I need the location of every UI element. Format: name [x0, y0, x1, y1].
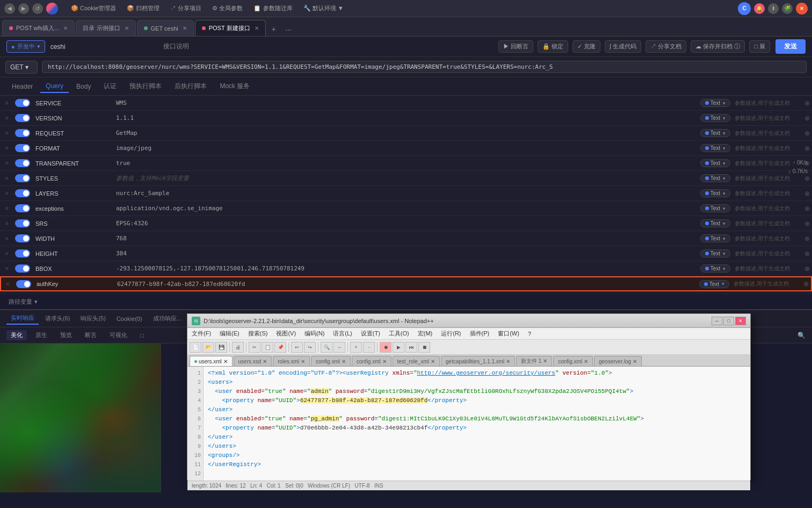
param-action-9[interactable]: ⊕ [804, 235, 810, 242]
param-toggle-4[interactable] [15, 159, 30, 167]
param-toggle-6[interactable] [15, 189, 30, 197]
param-type-3[interactable]: Text ▾ [700, 144, 730, 152]
tab-get-ceshi[interactable]: GET ceshi ✕ [137, 20, 194, 36]
sub-tab-mock[interactable]: Mock 服务 [214, 80, 255, 93]
np-close-btn[interactable]: ✕ [735, 317, 746, 325]
param-value-12[interactable]: 62477877-b98f-42ab-b827-187ed60620fd [115, 281, 697, 288]
param-toggle-7[interactable] [15, 204, 30, 212]
tab-close-wfs[interactable]: ✕ [63, 25, 68, 31]
view-btn-assert[interactable]: 断言 [81, 330, 101, 340]
drag-handle[interactable]: ≡ [2, 145, 12, 151]
np-record-btn[interactable]: ⏺ [380, 342, 392, 353]
view-btn-raw[interactable]: 原生 [31, 330, 52, 340]
gen-code-btn[interactable]: ∫ 生成代码 [605, 40, 641, 53]
param-type-7[interactable]: Text ▾ [700, 204, 730, 212]
tab-post-wfs[interactable]: POST wfs插入... ✕ [2, 20, 75, 36]
param-action-0[interactable]: ⊕ [804, 99, 810, 107]
np-file-tab-newfile[interactable]: 新文件 1 ✕ [516, 356, 552, 366]
np-minimize-btn[interactable]: ─ [712, 317, 722, 325]
np-copy-btn[interactable]: 📋 [262, 342, 273, 353]
toolbar-cookie[interactable]: 🍪 Cookie管理器 [68, 3, 119, 13]
np-menu-help[interactable]: ? [526, 330, 533, 338]
env-badge[interactable]: ● 开发中 ▾ [6, 40, 45, 53]
nav-forward-btn[interactable]: ▶ [18, 3, 29, 14]
np-play-btn[interactable]: ▶ [393, 342, 404, 353]
send-button[interactable]: 发送 [775, 39, 806, 54]
param-type-12[interactable]: Text ▾ [699, 280, 729, 288]
toolbar-share[interactable]: ↗ 分享项目 [167, 3, 205, 13]
view-btn-visualize[interactable]: 可视化 [105, 330, 132, 340]
drag-handle[interactable]: ≡ [2, 130, 12, 136]
nav-back-btn[interactable]: ◀ [4, 3, 15, 14]
np-code-area[interactable]: 123456789101112 <?xml version="1.0" enco… [187, 367, 750, 481]
np-file-tab-roles-xml[interactable]: roles.xml ✕ [273, 356, 310, 366]
param-type-0[interactable]: Text ▾ [700, 99, 730, 107]
param-action-3[interactable]: ⊕ [804, 145, 810, 152]
resp-tab-req-headers[interactable]: 请求头(6) [41, 313, 74, 324]
np-code-content[interactable]: <?xml version="1.0" encoding="UTF-8"?><u… [204, 367, 750, 481]
drag-handle[interactable]: ≡ [3, 281, 13, 287]
np-file-tab-config2[interactable]: config.xml ✕ [352, 356, 392, 366]
np-zoom-out-btn[interactable]: - [363, 342, 375, 353]
sub-tab-pre-script[interactable]: 预执行脚本 [124, 80, 167, 93]
np-cut-btn[interactable]: ✂ [249, 342, 260, 353]
sub-tab-body[interactable]: Body [71, 81, 96, 92]
param-value-7[interactable]: application/vnd.ogc.se_inimage [114, 205, 698, 212]
search-response-btn[interactable]: 🔍 [798, 332, 806, 339]
np-file-tab-users-xsd[interactable]: users.xsd ✕ [234, 356, 272, 366]
resp-tab-resp-headers[interactable]: 响应头(5) [76, 313, 110, 324]
param-type-2[interactable]: Text ▾ [700, 129, 730, 137]
param-type-4[interactable]: Text ▾ [700, 159, 730, 167]
extensions-icon[interactable]: 🧩 [782, 3, 793, 14]
param-toggle-3[interactable] [15, 144, 30, 152]
np-menu-view[interactable]: 视图(V) [274, 328, 298, 339]
sub-tab-auth[interactable]: 认证 [98, 80, 122, 93]
param-value-11[interactable]: -293.12500078125,-127.18750078125001,246… [114, 265, 698, 272]
tab-close-dir[interactable]: ✕ [125, 25, 129, 31]
np-zoom-in-btn[interactable]: + [350, 342, 362, 353]
param-toggle-5[interactable] [15, 174, 30, 182]
path-var-row[interactable]: 路径变量 ▾ [0, 295, 812, 310]
param-type-1[interactable]: Text ▾ [700, 114, 730, 122]
drag-handle[interactable]: ≡ [2, 175, 12, 181]
param-value-1[interactable]: 1.1.1 [114, 115, 698, 121]
lock-btn[interactable]: 🔒 锁定 [538, 40, 568, 53]
np-menu-search[interactable]: 搜索(S) [246, 328, 270, 339]
param-type-9[interactable]: Text ▾ [700, 234, 730, 242]
toolbar-global-params[interactable]: ⚙ 全局参数 [209, 3, 246, 13]
close-browser-btn[interactable]: ✕ [796, 3, 808, 15]
toolbar-env[interactable]: 🔧 默认环境 ▼ [300, 3, 347, 13]
param-type-10[interactable]: Text ▾ [700, 249, 730, 257]
browser-avatar[interactable]: C [738, 2, 751, 15]
param-value-10[interactable]: 384 [114, 250, 698, 257]
param-value-0[interactable]: WMS [114, 99, 698, 106]
drag-handle[interactable]: ≡ [2, 115, 12, 121]
sub-tab-query[interactable]: Query [40, 80, 69, 93]
param-value-6[interactable]: nurc:Arc_Sample [114, 190, 698, 197]
drag-handle[interactable]: ≡ [2, 235, 12, 241]
param-toggle-9[interactable] [15, 234, 30, 242]
drag-handle[interactable]: ≡ [2, 190, 12, 196]
clone-btn[interactable]: ✓ 克隆 [572, 40, 600, 53]
drag-handle[interactable]: ≡ [2, 205, 12, 211]
expand-btn[interactable]: □ 展 [749, 40, 770, 53]
np-menu-lang[interactable]: 语言(L) [331, 328, 354, 339]
toolbar-archive[interactable]: 📦 归档管理 [124, 3, 163, 13]
param-value-3[interactable]: image/jpeg [114, 145, 698, 152]
np-new-btn[interactable]: 📄 [190, 342, 201, 353]
sub-tab-post-script[interactable]: 后执行脚本 [169, 80, 212, 93]
np-menu-edit[interactable]: 编辑(E) [218, 328, 242, 339]
param-action-6[interactable]: ⊕ [804, 190, 810, 197]
np-menu-settings[interactable]: 设置(T) [359, 328, 382, 339]
param-type-11[interactable]: Text ▾ [700, 264, 730, 273]
np-maximize-btn[interactable]: □ [723, 317, 734, 325]
np-print-btn[interactable]: 🖨 [232, 342, 244, 353]
tab-close-new[interactable]: ✕ [255, 25, 259, 31]
run-assert-btn[interactable]: ▶ 回断言 [498, 40, 533, 53]
resp-tab-success-resp[interactable]: 成功响应... [149, 313, 186, 324]
np-play-all-btn[interactable]: ⏭ [405, 342, 417, 353]
np-redo-btn[interactable]: ↪ [304, 342, 316, 353]
np-open-btn[interactable]: 📂 [202, 342, 214, 353]
param-action-8[interactable]: ⊕ [804, 220, 810, 227]
np-save-btn[interactable]: 💾 [215, 342, 227, 353]
